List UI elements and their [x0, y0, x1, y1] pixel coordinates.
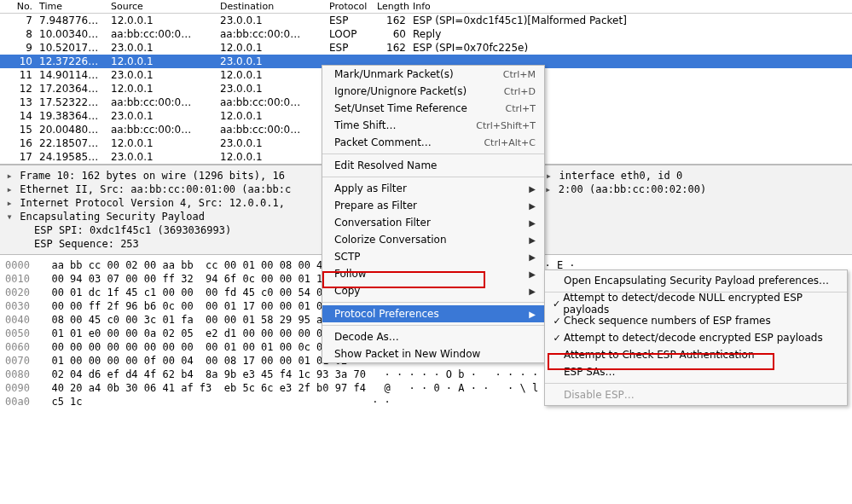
submenu-open-prefs[interactable]: Open Encapsulating Security Payload pref… — [545, 272, 847, 289]
hex-offset: 0060 — [5, 340, 39, 354]
menu-item[interactable]: Copy▶ — [322, 282, 544, 299]
cell-time: 20.00480… — [36, 124, 107, 136]
expand-icon[interactable]: ▸ — [5, 169, 14, 182]
col-header-protocol[interactable]: Protocol — [326, 1, 374, 12]
expand-icon[interactable]: ▸ — [5, 196, 14, 210]
protocol-preferences-submenu: Open Encapsulating Security Payload pref… — [544, 269, 848, 406]
collapse-icon[interactable]: ▾ — [5, 210, 14, 223]
cell-dst: 12.0.0.1 — [217, 42, 326, 54]
cell-src: 23.0.0.1 — [107, 69, 217, 81]
hex-offset: 0090 — [5, 381, 39, 395]
expand-icon: ▸ — [544, 182, 553, 196]
cell-time: 19.38364… — [36, 110, 107, 122]
col-header-destination[interactable]: Destination — [217, 1, 326, 12]
cell-time: 10.00340… — [36, 28, 107, 40]
cell-time: 7.948776… — [36, 14, 107, 26]
menu-item[interactable]: Apply as Filter▶ — [322, 180, 544, 197]
hex-offset: 0020 — [5, 286, 39, 299]
hex-offset: 0040 — [5, 313, 39, 327]
menu-item[interactable]: Mark/Unmark Packet(s)Ctrl+M — [322, 66, 544, 83]
cell-dst: 23.0.0.1 — [217, 83, 326, 95]
packet-row[interactable]: 810.00340…aa:bb:cc:00:0…aa:bb:cc:00:0…LO… — [0, 27, 852, 41]
menu-item[interactable]: Time Shift…Ctrl+Shift+T — [322, 117, 544, 134]
menu-item[interactable]: Edit Resolved Name — [322, 157, 544, 174]
submenu-separator — [545, 383, 847, 384]
menu-item[interactable]: Colorize Conversation▶ — [322, 231, 544, 248]
hex-bytes: 00 94 03 07 00 00 ff 32 94 6f 0c 00 00 0… — [39, 273, 353, 285]
hex-offset: 0000 — [5, 258, 39, 272]
menu-item[interactable]: Protocol Preferences▶ — [322, 305, 544, 322]
cell-no: 9 — [0, 42, 36, 54]
cell-src: 12.0.0.1 — [107, 137, 217, 149]
menu-item[interactable]: Set/Unset Time ReferenceCtrl+T — [322, 100, 544, 117]
packet-row[interactable]: 77.948776…12.0.0.123.0.0.1ESP162ESP (SPI… — [0, 14, 852, 27]
cell-no: 12 — [0, 83, 36, 95]
menu-separator — [322, 302, 544, 303]
menu-item[interactable]: SCTP▶ — [322, 248, 544, 265]
menu-item[interactable]: Show Packet in New Window — [322, 345, 544, 362]
cell-dst: 12.0.0.1 — [217, 110, 326, 122]
cell-dst: aa:bb:cc:00:0… — [217, 28, 326, 40]
submenu-esp-sas[interactable]: ESP SAs… — [545, 363, 847, 380]
menu-item[interactable]: Ignore/Unignore Packet(s)Ctrl+D — [322, 83, 544, 100]
menu-item[interactable]: Follow▶ — [322, 265, 544, 282]
menu-item[interactable]: Decode As… — [322, 328, 544, 345]
checkmark-icon: ✓ — [550, 316, 564, 327]
submenu-disable-esp[interactable]: Disable ESP… — [545, 386, 847, 403]
menu-item[interactable]: Conversation Filter▶ — [322, 214, 544, 231]
menu-shortcut: Ctrl+Alt+C — [484, 137, 536, 148]
col-header-time[interactable]: Time — [36, 1, 107, 12]
col-header-no[interactable]: No. — [0, 1, 36, 12]
detail-text: Internet Protocol Version 4, Src: 12.0.0… — [20, 197, 285, 209]
cell-len: 162 — [374, 14, 409, 26]
menu-item-label: Packet Comment… — [334, 136, 484, 148]
cell-time: 12.37226… — [36, 55, 107, 67]
submenu-detect-encrypted[interactable]: ✓Attempt to detect/decode encrypted ESP … — [545, 329, 847, 346]
submenu-arrow-icon: ▶ — [527, 269, 536, 279]
cell-dst: 23.0.0.1 — [217, 55, 326, 67]
menu-item-label: Apply as Filter — [334, 182, 527, 194]
menu-item-label: Ignore/Unignore Packet(s) — [334, 85, 504, 97]
detail-text: Encapsulating Security Payload — [20, 211, 205, 223]
menu-shortcut: Ctrl+M — [503, 69, 536, 80]
cell-dst: 12.0.0.1 — [217, 151, 326, 163]
expand-icon[interactable]: ▸ — [5, 182, 14, 196]
cell-src: aa:bb:cc:00:0… — [107, 28, 217, 40]
expand-icon: ▸ — [544, 169, 553, 182]
menu-item[interactable]: Packet Comment…Ctrl+Alt+C — [322, 134, 544, 151]
cell-src: 23.0.0.1 — [107, 151, 217, 163]
menu-item-label: Set/Unset Time Reference — [334, 102, 505, 114]
cell-no: 17 — [0, 151, 36, 163]
cell-proto: LOOP — [326, 28, 374, 40]
packet-row[interactable]: 910.52017…23.0.0.112.0.0.1ESP162ESP (SPI… — [0, 41, 852, 55]
cell-time: 17.20364… — [36, 83, 107, 95]
submenu-null-encrypted[interactable]: ✓Attempt to detect/decode NULL encrypted… — [545, 295, 847, 312]
detail-text: Ethernet II, Src: aa:bb:cc:00:01:00 (aa:… — [20, 183, 291, 195]
menu-item[interactable]: Prepare as Filter▶ — [322, 197, 544, 214]
cell-no: 11 — [0, 69, 36, 81]
menu-separator — [322, 154, 544, 154]
hex-ascii: · · — [353, 396, 390, 408]
cell-no: 13 — [0, 96, 36, 108]
cell-dst: aa:bb:cc:00:0… — [217, 124, 326, 136]
menu-separator — [322, 177, 544, 177]
menu-item-label: Protocol Preferences — [334, 308, 527, 320]
menu-item-label: Mark/Unmark Packet(s) — [334, 68, 503, 80]
col-header-info[interactable]: Info — [409, 1, 852, 12]
hex-offset: 0010 — [5, 272, 39, 286]
col-header-source[interactable]: Source — [107, 1, 217, 12]
cell-no: 14 — [0, 110, 36, 122]
packet-list-header: No. Time Source Destination Protocol Len… — [0, 0, 852, 14]
cell-dst: 23.0.0.1 — [217, 137, 326, 149]
hex-offset: 0050 — [5, 327, 39, 340]
detail-text: Frame 10: 162 bytes on wire (1296 bits),… — [20, 170, 285, 182]
hex-bytes: c5 1c — [39, 396, 353, 408]
cell-time: 14.90114… — [36, 69, 107, 81]
hex-bytes: 00 00 ff 2f 96 b6 0c 00 00 01 17 00 00 0… — [39, 300, 353, 312]
cell-time: 17.52322… — [36, 96, 107, 108]
menu-item-label: Prepare as Filter — [334, 200, 527, 211]
col-header-length[interactable]: Length — [374, 1, 409, 12]
menu-separator — [322, 325, 544, 326]
menu-item-label: Colorize Conversation — [334, 234, 527, 246]
submenu-check-auth[interactable]: Attempt to Check ESP Authentication — [545, 346, 847, 363]
